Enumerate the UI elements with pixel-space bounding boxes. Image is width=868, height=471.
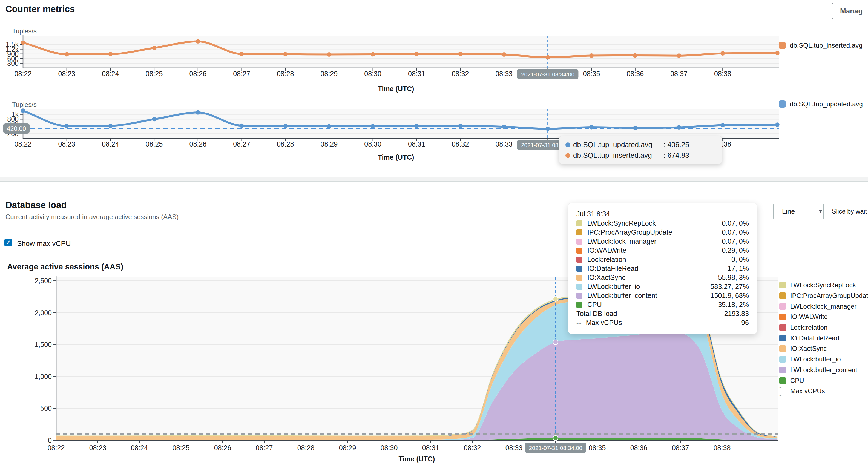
series-swatch-icon — [779, 335, 786, 342]
chevron-down-icon: ▼ — [818, 209, 823, 214]
wait-event-label: IO:XactSync — [587, 274, 625, 282]
tup-updated-swatch — [779, 100, 786, 107]
wait-event-label: LWLock:buffer_io — [587, 283, 640, 290]
wait-event-value: 0, 0% — [732, 255, 749, 263]
wait-event-value: 0.07, 0% — [722, 238, 749, 245]
wait-event-value: 0.29, 0% — [722, 247, 749, 254]
series-swatch-icon — [577, 284, 582, 290]
legend-label: IO:WALWrite — [790, 313, 828, 321]
wait-event-label: IO:WALWrite — [587, 247, 626, 254]
series-swatch-icon — [577, 265, 582, 272]
tooltip-row: LWLock:buffer_io583.27, 27% — [577, 282, 749, 291]
wait-event-value: 35.18, 2% — [718, 301, 749, 309]
wait-event-label: IPC:ProcArrayGroupUpdate — [587, 228, 672, 236]
tooltip-row: CPU35.18, 2% — [577, 300, 749, 309]
performance-insights-page: { "counter_metrics": { "title": "Counter… — [0, 0, 868, 471]
time-utc-label-chart2: Time (UTC) — [355, 153, 437, 161]
series-swatch-icon — [577, 239, 582, 245]
counter-tooltip: db.SQL.tup_updated.avg: 406.25db.SQL.tup… — [559, 136, 722, 164]
max-vcpus-label: Max vCPUs — [586, 319, 622, 327]
legend-label: IO:DataFileRead — [790, 334, 839, 342]
series-dot-icon — [565, 143, 570, 147]
series-swatch-icon — [577, 220, 582, 226]
legend-item: IO:WALWrite — [779, 312, 868, 322]
tooltip-row: Lock:relation0, 0% — [577, 255, 749, 264]
series-swatch-icon — [577, 302, 582, 308]
tooltip-total-row: Total DB load 2193.83 — [577, 309, 749, 318]
series-label: db.SQL.tup_updated.avg — [573, 140, 663, 149]
tooltip-row: LWLock:SyncRepLock0.07, 0% — [577, 219, 749, 228]
tooltip-row: db.SQL.tup_inserted.avg: 674.83 — [565, 151, 715, 160]
series-swatch-icon — [779, 367, 786, 373]
wait-event-value: 0.07, 0% — [722, 219, 749, 227]
wait-event-label: LWLock:buffer_content — [587, 292, 657, 300]
tooltip-row: LWLock:lock_manager0.07, 0% — [577, 237, 749, 246]
series-swatch-icon — [779, 345, 786, 352]
manage-metrics-button[interactable]: Manag — [832, 3, 868, 19]
series-value: : 674.83 — [663, 151, 689, 160]
legend-item: - -Max vCPUs — [779, 386, 868, 397]
wait-event-label: IO:DataFileRead — [587, 264, 638, 273]
time-utc-label-chart1: Time (UTC) — [355, 85, 437, 93]
time-utc-label-load-chart: Time (UTC) — [376, 455, 458, 463]
series-swatch-icon — [779, 292, 786, 299]
wait-event-value: 1501.9, 68% — [711, 292, 749, 300]
slice-by-select[interactable]: Slice by wait — [823, 204, 868, 219]
series-swatch-icon — [779, 314, 786, 320]
chart-type-select[interactable]: Line ▼ — [773, 204, 830, 219]
tooltip-row: LWLock:buffer_content1501.9, 68% — [577, 291, 749, 300]
legend-label: CPU — [790, 377, 804, 384]
series-swatch-icon — [577, 293, 582, 299]
legend-item: Lock:relation — [779, 322, 868, 333]
total-db-load-label: Total DB load — [577, 310, 617, 318]
legend-item: CPU — [779, 375, 868, 386]
tooltip-row: IO:WALWrite0.29, 0% — [577, 246, 749, 255]
series-dot-icon — [565, 153, 570, 158]
series-swatch-icon — [779, 282, 786, 288]
legend-label: db.SQL.tup_inserted.avg — [790, 42, 863, 49]
legend-label: LWLock:lock_manager — [790, 303, 857, 310]
tup-inserted-swatch — [779, 42, 786, 49]
series-label: db.SQL.tup_inserted.avg — [573, 151, 663, 160]
wait-event-label: Lock:relation — [587, 255, 626, 263]
legend-tup-inserted: db.SQL.tup_inserted.avg — [779, 42, 863, 49]
legend-label: LWLock:buffer_content — [790, 366, 857, 374]
show-max-vcpu-checkbox[interactable]: ✓ — [4, 239, 12, 247]
legend-label: LWLock:SyncRepLock — [790, 281, 856, 289]
legend-label: LWLock:buffer_io — [790, 355, 841, 363]
series-value: : 406.25 — [663, 140, 689, 149]
dashed-line-icon: - - — [779, 382, 786, 400]
database-load-subtitle: Current activity measured in average act… — [5, 213, 179, 221]
database-load-title: Database load — [5, 200, 67, 210]
legend-label: IPC:ProcArrayGroupUpdate — [790, 292, 868, 300]
series-swatch-icon — [779, 356, 786, 363]
wait-event-label: CPU — [587, 301, 602, 309]
aas-chart-title: Average active sessions (AAS) — [7, 262, 123, 271]
legend-item: IO:DataFileRead — [779, 333, 868, 343]
legend-item: IPC:ProcArrayGroupUpdate — [779, 290, 868, 301]
series-swatch-icon — [577, 275, 582, 281]
legend-tup-updated: db.SQL.tup_updated.avg — [779, 100, 863, 108]
wait-event-label: LWLock:SyncRepLock — [587, 219, 656, 227]
tooltip-date: Jul 31 8:34 — [577, 209, 749, 219]
dashed-line-icon: -- — [577, 319, 582, 327]
wait-event-value: 17, 1% — [727, 264, 749, 273]
legend-label: db.SQL.tup_updated.avg — [790, 100, 863, 108]
total-db-load-value: 2193.83 — [724, 310, 749, 318]
wait-event-value: 55.98, 3% — [718, 274, 749, 282]
slice-by-value: Slice by wait — [832, 208, 867, 215]
tooltip-row: IPC:ProcArrayGroupUpdate0.07, 0% — [577, 228, 749, 237]
legend-label: IO:XactSync — [790, 345, 827, 352]
series-swatch-icon — [577, 248, 582, 254]
chart-type-value: Line — [782, 208, 795, 216]
legend-label: Max vCPUs — [790, 387, 825, 395]
series-swatch-icon — [779, 324, 786, 331]
db-load-legend: LWLock:SyncRepLockIPC:ProcArrayGroupUpda… — [779, 280, 868, 397]
wait-event-value: 583.27, 27% — [711, 283, 749, 290]
counter-metrics-title: Counter metrics — [5, 4, 75, 14]
tooltip-row: IO:XactSync55.98, 3% — [577, 273, 749, 282]
db-load-tooltip: Jul 31 8:34 LWLock:SyncRepLock0.07, 0%IP… — [568, 202, 757, 334]
legend-item: LWLock:SyncRepLock — [779, 280, 868, 290]
series-swatch-icon — [577, 257, 582, 262]
legend-item: LWLock:lock_manager — [779, 301, 868, 312]
